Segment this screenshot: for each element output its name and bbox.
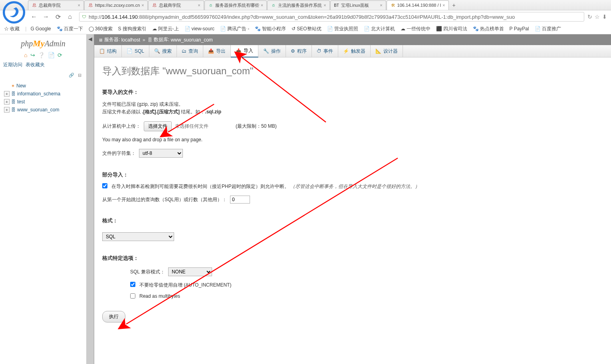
server-link[interactable]: localhost xyxy=(121,37,140,43)
star-icon[interactable]: ☆ xyxy=(595,14,600,20)
bookmark-label: 360搜索 xyxy=(95,26,113,32)
logout-icon[interactable]: ↪ xyxy=(30,52,35,58)
expand-icon[interactable]: + xyxy=(4,107,10,113)
close-icon[interactable]: × xyxy=(198,3,200,8)
home-icon[interactable]: ⌂ xyxy=(24,52,27,58)
browser-tab[interactable]: ⛭服务器操作系统有哪些× xyxy=(204,0,267,10)
back-button[interactable]: ← xyxy=(29,12,39,22)
bookmark-item[interactable]: 📄北大计算机 xyxy=(364,26,395,32)
browser-tab[interactable]: BT宝塔Linux面板× xyxy=(330,0,386,10)
db-name: www_suoruan_com xyxy=(17,107,59,113)
bookmark-item[interactable]: PPayPal xyxy=(510,26,529,32)
skip-input[interactable] xyxy=(230,196,250,204)
url-input[interactable]: 🛡 http://106.14.144.190:888/phpmyadmin_d… xyxy=(79,12,584,22)
bookmark-icon: ⬛ xyxy=(436,26,442,32)
expand-icon[interactable]: + xyxy=(4,99,10,105)
bookmark-item[interactable]: GGoogle xyxy=(30,26,51,32)
tab-bar: 总总裁商学院×总https://sc.zcsxy.com.cn×总总裁商学院×⛭… xyxy=(0,0,611,10)
top-tab-SQL[interactable]: 📄SQL xyxy=(122,45,149,57)
tab-label: 触发器 xyxy=(351,48,365,55)
bookmarks-star[interactable]: ☆ 收藏 xyxy=(4,26,20,32)
choose-file-button[interactable]: 选择文件 xyxy=(144,121,172,131)
browser-tab[interactable]: 总https://sc.zcsxy.com.cn× xyxy=(84,0,148,10)
bookmark-item[interactable]: ⬛四川省司法 xyxy=(436,26,467,32)
favicon-icon: BT xyxy=(334,2,339,8)
reload-button[interactable]: ⟳ xyxy=(53,12,63,22)
new-tab-button[interactable]: + xyxy=(449,2,459,8)
top-tab-搜索[interactable]: 🔍搜索 xyxy=(149,45,177,57)
bookmark-item[interactable]: S搜狗搜索引 xyxy=(118,26,147,32)
collapse-arrow-icon: ◀ xyxy=(88,36,92,42)
db-tree-node[interactable]: +🗄test xyxy=(3,98,83,106)
browser-tab[interactable]: 总总裁商学院× xyxy=(148,0,204,10)
tab-label: 导出 xyxy=(216,48,226,55)
db-tree-node[interactable]: ✴New xyxy=(3,82,83,90)
top-tab-查询[interactable]: 🗂查询 xyxy=(177,45,203,57)
top-tab-结构[interactable]: 📋结构 xyxy=(94,45,122,57)
download-icon[interactable]: ⬇ xyxy=(602,14,607,20)
expand-icon[interactable]: + xyxy=(4,91,10,97)
favicon-icon: 总 xyxy=(32,2,37,8)
close-icon[interactable]: × xyxy=(380,3,382,8)
bookmark-label: 一些传统中 xyxy=(407,26,430,32)
bookmark-label: Google xyxy=(36,26,51,32)
bookmark-item[interactable]: 🐾百度一下 xyxy=(57,26,83,32)
forward-button[interactable]: → xyxy=(41,12,51,22)
close-icon[interactable]: × xyxy=(442,3,445,8)
bookmark-item[interactable]: 📄腾讯广告 - xyxy=(220,26,249,32)
multibytes-checkbox[interactable] xyxy=(130,293,135,299)
bookmark-item[interactable]: ☁阿里云-上 xyxy=(152,26,179,32)
top-tab-设计器[interactable]: 📐设计器 xyxy=(371,45,403,57)
bookmark-icon: 🐾 xyxy=(255,26,261,32)
close-icon[interactable]: × xyxy=(78,3,80,8)
docs-icon[interactable]: ❔ xyxy=(38,52,45,58)
top-tab-程序[interactable]: ⚙程序 xyxy=(286,45,312,57)
phpmyadmin-logo[interactable]: phpMyAdmin xyxy=(3,36,83,50)
bookmark-item[interactable]: ◯360搜索 xyxy=(89,26,113,32)
format-select[interactable]: SQL xyxy=(102,232,174,241)
bookmark-item[interactable]: 📄view-sourc xyxy=(184,26,214,32)
top-tab-导出[interactable]: 📤导出 xyxy=(203,45,231,57)
top-tab-导入[interactable]: 📥导入 xyxy=(231,45,258,57)
database-icon: 🗄 xyxy=(148,38,152,42)
db-tree-node[interactable]: +🗄information_schema xyxy=(3,90,83,98)
bookmark-item[interactable]: ↺SEO整站优 xyxy=(292,26,321,32)
browser-tab[interactable]: 总总裁商学院× xyxy=(28,0,84,10)
link-icon[interactable]: 🔗 xyxy=(69,73,74,77)
db-tree-node[interactable]: +🗄www_suoruan_com xyxy=(3,106,83,114)
bookmark-label: 阿里云-上 xyxy=(158,26,179,32)
close-icon[interactable]: × xyxy=(141,3,144,8)
bookmark-item[interactable]: 🐾热点榜单首 xyxy=(473,26,504,32)
charset-select[interactable]: utf-8 xyxy=(139,149,183,158)
bookmark-label: SEO整站优 xyxy=(297,26,321,32)
sql-icon[interactable]: 📄 xyxy=(48,52,55,58)
bookmark-item[interactable]: 📄营业执照照 xyxy=(327,26,358,32)
splitter-handle[interactable]: ◀ xyxy=(86,34,94,364)
collapse-icon[interactable]: ⊟ xyxy=(78,73,81,77)
browser-tab[interactable]: ⛭主流的服务器操作系统× xyxy=(267,0,329,10)
bookmark-item[interactable]: ☁一些传统中 xyxy=(401,26,430,32)
browser-tab[interactable]: 🛠106.14.144.190:888 / l× xyxy=(387,0,449,10)
refresh-icon[interactable]: ↻ xyxy=(587,14,592,20)
top-tab-触发器[interactable]: ⚡触发器 xyxy=(338,45,371,57)
bookmark-icon: ☁ xyxy=(401,26,405,32)
compat-select[interactable]: NONE xyxy=(168,267,212,276)
upload-label: 从计算机中上传： xyxy=(102,123,141,130)
recent-tab[interactable]: 近期访问 xyxy=(3,61,22,68)
bookmark-item[interactable]: 📄百度推广 xyxy=(535,26,561,32)
bookmark-icon: 🐾 xyxy=(473,26,479,32)
home-button[interactable]: ⌂ xyxy=(65,12,75,22)
submit-button[interactable]: 执行 xyxy=(102,311,125,322)
reload-icon[interactable]: ⟳ xyxy=(58,52,62,58)
close-icon[interactable]: × xyxy=(323,3,326,8)
favorites-tab[interactable]: 表收藏夹 xyxy=(26,61,45,68)
sidebar-quick-icons: ⌂ ↪ ❔ 📄 ⟳ xyxy=(3,50,83,61)
bookmark-item[interactable]: 🐾智能小程序 xyxy=(255,26,286,32)
top-tab-事件[interactable]: ⏱事件 xyxy=(312,45,338,57)
top-tab-操作[interactable]: 🔧操作 xyxy=(258,45,286,57)
bookmarks-bar: ☆ 收藏 | GGoogle🐾百度一下◯360搜索S搜狗搜索引☁阿里云-上📄vi… xyxy=(0,23,611,34)
close-icon[interactable]: × xyxy=(261,3,263,8)
interrupt-checkbox[interactable] xyxy=(102,183,107,188)
db-link[interactable]: www_suoruan_com xyxy=(171,37,212,43)
autoincrement-checkbox[interactable] xyxy=(130,282,135,287)
